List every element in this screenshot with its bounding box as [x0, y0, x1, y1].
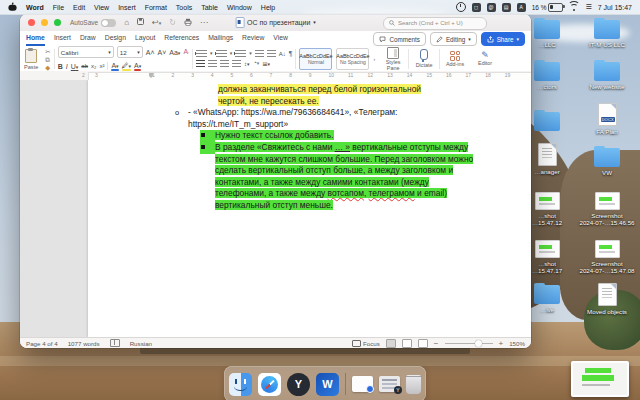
menubar-item-view[interactable]: View — [94, 4, 109, 11]
document-page[interactable]: должна заканчиваться перед белой горизон… — [88, 80, 531, 337]
dock-yandex-icon[interactable]: Y — [287, 373, 310, 396]
zoom-slider-knob[interactable] — [475, 340, 482, 347]
tab-home[interactable]: Home — [26, 32, 45, 46]
control-center-icon[interactable]: ☰ — [585, 3, 591, 11]
zoom-slider[interactable] — [445, 343, 493, 344]
text-effects-button[interactable]: A▾ — [111, 62, 118, 71]
editing-mode-button[interactable]: Editing ▾ — [430, 32, 477, 46]
apple-logo-icon[interactable] — [8, 2, 17, 12]
subscript-button[interactable]: x₂ — [91, 63, 96, 69]
style-no-spacing[interactable]: AaBbCcDdEe No Spacing — [336, 48, 369, 70]
share-button[interactable]: Share ▾ — [481, 32, 525, 46]
editor-button[interactable]: ✎ Editor — [470, 47, 500, 71]
align-center-button[interactable] — [208, 60, 217, 67]
zoom-in-button[interactable]: + — [499, 339, 504, 348]
page-indicator[interactable]: Page 4 of 4 — [26, 340, 58, 347]
status-icon-2[interactable]: @ — [487, 3, 496, 12]
redo-icon[interactable]: ↻ — [169, 19, 176, 27]
comments-button[interactable]: Comments — [373, 32, 425, 46]
status-icon-3[interactable]: ▤ — [502, 3, 511, 12]
dictate-button[interactable]: Dictate — [409, 47, 439, 71]
font-name-select[interactable]: Calibri▾ — [58, 46, 114, 58]
menubar-item-tools[interactable]: Tools — [176, 4, 192, 11]
bold-button[interactable]: B — [58, 63, 63, 70]
shading-button[interactable]: ◔▾ — [253, 59, 260, 68]
show-paragraph-marks-button[interactable]: ¶ — [289, 50, 293, 57]
status-icon-1[interactable]: ◻ — [472, 3, 481, 12]
menubar-item-word[interactable]: Word — [26, 4, 44, 11]
format-painter-icon[interactable]: ◆ — [45, 64, 50, 71]
multilevel-list-button[interactable] — [235, 50, 246, 57]
outline-view-button[interactable] — [418, 339, 428, 348]
home-icon[interactable]: ⌂ — [124, 19, 129, 27]
screen-time-icon[interactable] — [456, 2, 466, 12]
numbered-list-button[interactable] — [216, 50, 227, 57]
menubar-clock[interactable]: 7 Jul 15:47 — [598, 4, 632, 11]
document-title-area[interactable]: ОС по презентации ▾ — [235, 17, 316, 28]
dock-safari-icon[interactable] — [258, 373, 281, 396]
save-icon[interactable] — [137, 18, 144, 27]
battery-indicator[interactable]: 16 % — [532, 3, 564, 12]
wifi-icon[interactable] — [569, 3, 579, 11]
grow-font-button[interactable]: A˄ — [146, 49, 155, 56]
undo-icon[interactable]: ↩▾ — [152, 19, 161, 27]
dock-minwin-icon[interactable] — [352, 376, 373, 392]
align-right-button[interactable] — [220, 60, 229, 67]
desktop-icon-screenshot[interactable]: Screenshot2024-07-…15.46.56 — [576, 192, 638, 226]
menubar-item-window[interactable]: Window — [227, 4, 252, 11]
language-input-icon[interactable]: A — [517, 3, 526, 12]
close-window-button[interactable] — [28, 19, 35, 26]
clear-formatting-button[interactable]: A𝇆 — [183, 48, 189, 56]
addins-button[interactable]: Add-ins — [440, 47, 470, 71]
tab-layout[interactable]: Layout — [135, 32, 155, 46]
change-case-button[interactable]: Aa▾ — [169, 49, 180, 56]
paste-button[interactable]: Paste — [20, 47, 42, 71]
italic-button[interactable]: I — [66, 63, 68, 70]
tab-view[interactable]: View — [273, 32, 288, 46]
tab-draw[interactable]: Draw — [80, 32, 96, 46]
style-normal[interactable]: AaBbCcDdEe Normal — [299, 48, 332, 70]
desktop-icon-new-website[interactable]: New website — [576, 62, 638, 90]
underline-button[interactable]: U▾ — [71, 63, 79, 70]
cut-icon[interactable]: ✂ — [45, 48, 50, 55]
dock-mintab-icon[interactable] — [379, 376, 400, 392]
minimize-window-button[interactable] — [41, 19, 48, 26]
tab-mailings[interactable]: Mailings — [208, 32, 233, 46]
autosave-toggle[interactable] — [101, 19, 116, 27]
styles-gallery-more-icon[interactable]: › — [373, 57, 375, 62]
superscript-button[interactable]: x² — [99, 63, 104, 69]
tab-references[interactable]: References — [164, 32, 199, 46]
borders-button[interactable]: ⊞▾ — [262, 60, 270, 67]
web-layout-view-button[interactable] — [402, 339, 412, 348]
focus-mode-button[interactable]: Focus — [352, 340, 380, 347]
zoom-window-button[interactable] — [54, 19, 61, 26]
font-size-select[interactable]: 12▾ — [117, 46, 143, 58]
zoom-level[interactable]: 150% — [509, 340, 525, 347]
styles-pane-button[interactable]: Styles Pane — [378, 47, 408, 71]
tab-insert[interactable]: Insert — [54, 32, 71, 46]
desktop-icon-moved-objects[interactable]: Moved objects — [576, 283, 638, 315]
print-icon[interactable] — [184, 18, 192, 28]
tab-design[interactable]: Design — [105, 32, 126, 46]
menubar-item-format[interactable]: Format — [145, 4, 167, 11]
menubar-item-insert[interactable]: Insert — [118, 4, 136, 11]
language-indicator[interactable]: Russian — [130, 340, 152, 347]
justify-button[interactable] — [232, 60, 241, 67]
desktop-icon-fa-plan[interactable]: DOCXFA Plan — [576, 103, 638, 135]
bullet-list-button[interactable] — [196, 50, 207, 57]
font-color-button[interactable]: A▾ — [134, 62, 141, 71]
desktop-icon-it-m-us-llc[interactable]: IT-M US LLC — [576, 20, 638, 48]
sort-button[interactable]: A↓ — [279, 51, 286, 57]
menubar-item-table[interactable]: Table — [201, 4, 218, 11]
desktop-icon-vw[interactable]: VW — [576, 148, 638, 176]
more-commands-icon[interactable]: ⋯ — [200, 19, 208, 27]
increase-indent-button[interactable] — [267, 50, 276, 57]
search-field[interactable]: Search (Cmd + Ctrl + U) — [383, 17, 487, 30]
dock-finder-icon[interactable] — [229, 373, 252, 396]
align-left-button[interactable] — [196, 60, 205, 67]
desktop-icon-screenshot[interactable]: Screenshot2024-07-…15.47.08 — [576, 240, 638, 274]
screenshot-preview-thumbnail[interactable] — [571, 361, 629, 397]
zoom-out-button[interactable]: − — [434, 339, 439, 348]
window-titlebar[interactable]: AutoSave ⌂ ↩▾ ↻ ⋯ ОС по презентации ▾ — [20, 14, 531, 32]
copy-icon[interactable]: ⧉ — [45, 56, 50, 63]
